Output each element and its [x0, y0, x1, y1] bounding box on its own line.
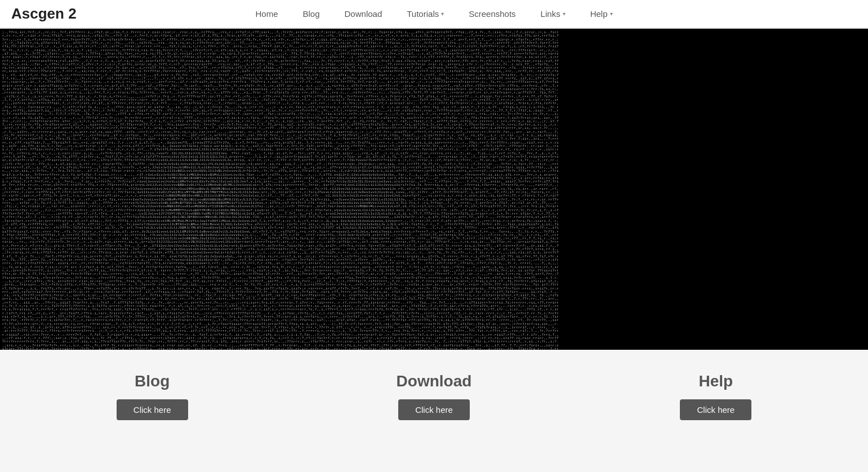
ascii-art-image: ;.,77ri,irr,7r7;,r,,rr,rr.,7r7,i7r77rrr.… [0, 29, 868, 350]
bottom-card-blog: Blog Click here [68, 372, 237, 420]
chevron-down-icon: ▾ [441, 11, 444, 17]
download-click-button[interactable]: Click here [398, 399, 470, 420]
nav-item-blog[interactable]: Blog [291, 0, 332, 28]
nav-link-links[interactable]: Links ▾ [528, 0, 578, 28]
chevron-down-icon: ▾ [610, 11, 613, 17]
nav-link-tutorials[interactable]: Tutorials ▾ [394, 0, 456, 28]
nav-link-download[interactable]: Download [332, 0, 395, 28]
help-click-button[interactable]: Click here [680, 399, 751, 420]
nav-item-download[interactable]: Download [332, 0, 395, 28]
nav-link-screenshots[interactable]: Screenshots [456, 0, 528, 28]
nav-link-blog[interactable]: Blog [291, 0, 332, 28]
bottom-card-help-title: Help [698, 372, 733, 390]
navbar: Ascgen 2 Home Blog Download Tutorials ▾ … [0, 0, 868, 28]
nav-item-help[interactable]: Help ▾ [578, 0, 625, 28]
nav-link-home[interactable]: Home [243, 0, 290, 28]
bottom-card-download: Download Click here [349, 372, 518, 420]
chevron-down-icon: ▾ [563, 11, 566, 17]
nav-item-links[interactable]: Links ▾ [528, 0, 578, 28]
nav-item-home[interactable]: Home [243, 0, 290, 28]
nav-item-tutorials[interactable]: Tutorials ▾ [394, 0, 456, 28]
bottom-card-blog-title: Blog [135, 372, 170, 390]
nav-links: Home Blog Download Tutorials ▾ Screensho… [243, 0, 625, 28]
bottom-card-download-title: Download [397, 372, 472, 390]
blog-click-button[interactable]: Click here [117, 399, 188, 420]
nav-item-screenshots[interactable]: Screenshots [456, 0, 528, 28]
bottom-card-help: Help Click here [631, 372, 800, 420]
bottom-section: Blog Click here Download Click here Help… [0, 350, 868, 437]
nav-link-help[interactable]: Help ▾ [578, 0, 625, 28]
ascii-banner: ;.,77ri,irr,7r7;,r,,rr,rr.,7r7,i7r77rrr.… [0, 29, 868, 350]
brand-logo[interactable]: Ascgen 2 [11, 5, 77, 23]
